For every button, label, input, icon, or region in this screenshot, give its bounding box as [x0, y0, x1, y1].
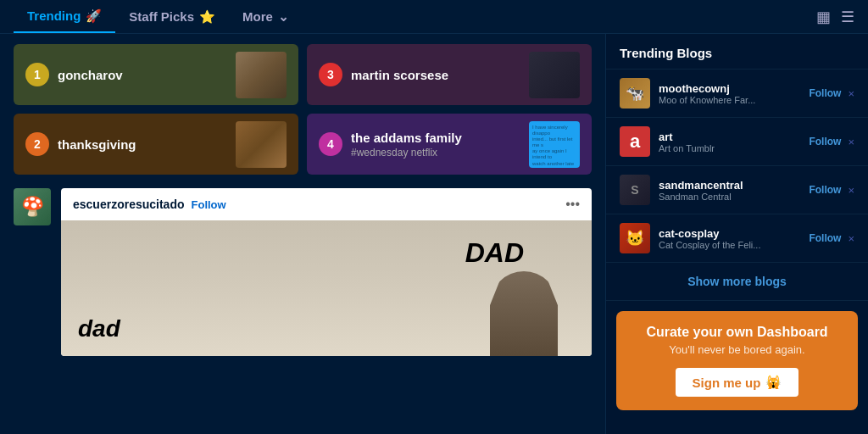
more-label: More — [242, 9, 273, 24]
close-button-moothecownj[interactable]: × — [848, 87, 854, 100]
trend-thumb-3 — [529, 52, 580, 98]
trend-number-4: 4 — [319, 132, 342, 156]
cat-silhouette — [490, 271, 558, 356]
blog-actions-art: Follow × — [809, 136, 854, 148]
post-area: 🍄 escuerzoresucitado Follow ••• dad DAD — [14, 188, 592, 356]
trend-info-3: martin scorsese — [351, 68, 448, 82]
blog-info-art: art Art on Tumblr — [659, 131, 800, 153]
blog-name-cat-cosplay: cat-cosplay — [659, 227, 800, 240]
nav-item-staff-picks[interactable]: Staff Picks ⭐ — [115, 0, 229, 33]
trend-title-1: goncharov — [58, 68, 123, 82]
nav-item-more[interactable]: More ⌄ — [229, 0, 303, 33]
cta-box: Curate your own Dashboard You'll never b… — [616, 311, 858, 410]
blog-info-cat-cosplay: cat-cosplay Cat Cosplay of the Feli... — [659, 227, 800, 250]
post-author-avatar: 🍄 — [14, 188, 51, 225]
trend-title-2: thanksgiving — [58, 137, 136, 152]
blog-actions-moothecownj: Follow × — [809, 87, 854, 100]
post-username: escuerzoresucitado — [73, 198, 185, 211]
trend-left-3: 3 martin scorsese — [319, 63, 448, 86]
feed-area: 1 goncharov 3 martin scorsese — [0, 34, 605, 434]
post-card: escuerzoresucitado Follow ••• dad DAD — [61, 188, 592, 356]
trend-card-3[interactable]: 3 martin scorsese — [307, 44, 592, 105]
main-content: 1 goncharov 3 martin scorsese — [0, 34, 868, 434]
trend-number-3: 3 — [319, 63, 342, 86]
blog-info-moothecownj: moothecownj Moo of Knowhere Far... — [659, 82, 800, 105]
trend-thumb-2 — [236, 121, 287, 168]
trend-info-1: goncharov — [58, 68, 123, 82]
trend-left-2: 2 thanksgiving — [25, 132, 136, 156]
blog-item-art: a art Art on Tumblr Follow × — [606, 118, 868, 166]
blog-desc-sandmancentral: Sandman Central — [659, 192, 800, 202]
close-button-sandmancentral[interactable]: × — [848, 184, 854, 197]
blog-name-sandmancentral: sandmancentral — [659, 179, 800, 192]
staff-picks-icon: ⭐ — [199, 9, 215, 25]
trend-info-4: the addams family #wednesday netflix — [351, 131, 462, 159]
trend-info-2: thanksgiving — [58, 137, 136, 152]
close-button-cat-cosplay[interactable]: × — [848, 232, 854, 245]
trend-thumb-1 — [236, 52, 287, 98]
post-header: escuerzoresucitado Follow ••• — [61, 188, 592, 220]
post-image-text-dad: dad — [78, 315, 120, 342]
trend-title-4: the addams family — [351, 131, 462, 145]
grid-view-icon[interactable]: ▦ — [816, 8, 831, 26]
trend-card-1[interactable]: 1 goncharov — [14, 44, 298, 105]
post-follow-button[interactable]: Follow — [192, 198, 226, 211]
trend-left-1: 1 goncharov — [25, 63, 123, 86]
nav-item-trending[interactable]: Trending 🚀 — [14, 0, 115, 33]
trending-icon: 🚀 — [86, 8, 102, 24]
sign-up-label: Sign me up — [693, 376, 761, 390]
blog-item-moothecownj: 🐄 moothecownj Moo of Knowhere Far... Fol… — [606, 70, 868, 118]
trend-number-2: 2 — [25, 132, 49, 156]
show-more-blogs-button[interactable]: Show more blogs — [606, 263, 868, 301]
trend-thumb-4: I have sincerely disappointed... but fir… — [529, 121, 580, 168]
follow-button-cat-cosplay[interactable]: Follow — [809, 232, 841, 244]
right-sidebar: Trending Blogs 🐄 moothecownj Moo of Know… — [605, 34, 868, 434]
trending-label: Trending — [27, 8, 81, 23]
trend-card-4[interactable]: 4 the addams family #wednesday netflix I… — [307, 114, 592, 175]
blog-desc-cat-cosplay: Cat Cosplay of the Feli... — [659, 240, 800, 250]
blog-name-art: art — [659, 131, 800, 143]
post-image-text-DAD: DAD — [465, 237, 524, 269]
trend-title-3: martin scorsese — [351, 68, 448, 82]
follow-button-sandmancentral[interactable]: Follow — [809, 184, 841, 196]
blog-item-sandmancentral: S sandmancentral Sandman Central Follow … — [606, 166, 868, 214]
more-chevron-icon: ⌄ — [278, 9, 289, 25]
follow-button-art[interactable]: Follow — [809, 136, 841, 147]
trending-grid: 1 goncharov 3 martin scorsese — [14, 44, 592, 175]
blog-desc-moothecownj: Moo of Knowhere Far... — [659, 95, 800, 105]
post-image: dad DAD — [61, 220, 592, 356]
staff-picks-label: Staff Picks — [129, 9, 194, 24]
blog-desc-art: Art on Tumblr — [659, 143, 800, 153]
sidebar-title: Trending Blogs — [606, 34, 868, 70]
follow-button-moothecownj[interactable]: Follow — [809, 87, 841, 99]
blog-avatar-art: a — [620, 126, 650, 157]
blog-avatar-cat-cosplay: 🐱 — [620, 223, 650, 253]
trend-number-1: 1 — [25, 63, 49, 86]
blog-item-cat-cosplay: 🐱 cat-cosplay Cat Cosplay of the Feli...… — [606, 214, 868, 263]
cta-subtitle: You'll never be bored again. — [630, 343, 844, 356]
blog-avatar-sandmancentral: S — [620, 175, 650, 205]
post-menu-button[interactable]: ••• — [565, 197, 580, 212]
top-navigation: Trending 🚀 Staff Picks ⭐ More ⌄ ▦ ☰ — [0, 0, 868, 34]
blog-actions-sandmancentral: Follow × — [809, 184, 854, 197]
sign-up-icon: 🙀 — [765, 375, 782, 390]
trend-subtitle-4: #wednesday netflix — [351, 147, 462, 159]
sign-up-button[interactable]: Sign me up 🙀 — [676, 368, 799, 397]
blog-actions-cat-cosplay: Follow × — [809, 232, 854, 245]
blog-info-sandmancentral: sandmancentral Sandman Central — [659, 179, 800, 202]
trend-card-2[interactable]: 2 thanksgiving — [14, 114, 298, 175]
blog-name-moothecownj: moothecownj — [659, 82, 800, 95]
close-button-art[interactable]: × — [848, 136, 854, 148]
trend-left-4: 4 the addams family #wednesday netflix — [319, 131, 462, 159]
list-view-icon[interactable]: ☰ — [841, 8, 854, 26]
cta-title: Curate your own Dashboard — [630, 325, 844, 340]
nav-right-controls: ▦ ☰ — [816, 8, 854, 26]
blog-avatar-moothecownj: 🐄 — [620, 78, 650, 108]
